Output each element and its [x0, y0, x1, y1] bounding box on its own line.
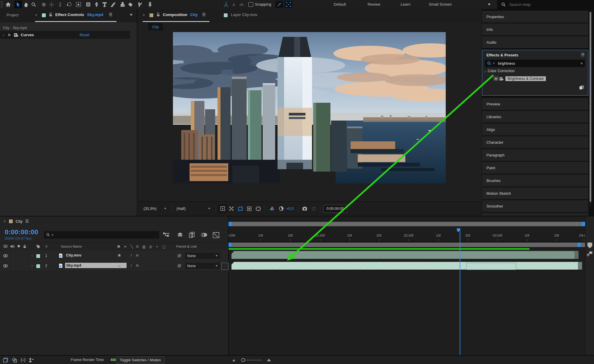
fx-toggle[interactable]: fx	[136, 254, 139, 257]
layer-source-name[interactable]: City.mov	[66, 253, 81, 257]
parent-pickwhip-icon[interactable]: @	[177, 263, 181, 268]
show-snapshot-icon[interactable]	[309, 205, 318, 213]
shy-toggle[interactable]	[117, 254, 121, 257]
panel-menu-icon[interactable]: ☰	[202, 12, 206, 17]
layer-bar-city-mov[interactable]	[231, 251, 579, 259]
panel-tab-paragraph[interactable]: Paragraph	[482, 149, 588, 161]
shy-layers-icon[interactable]	[177, 232, 183, 238]
mini-flowchart-icon[interactable]	[163, 232, 170, 238]
composition-image[interactable]	[173, 32, 446, 183]
effect-name[interactable]: Curves	[21, 33, 34, 37]
parent-dropdown[interactable]: None ▼	[185, 253, 220, 259]
workspace-tab-review[interactable]: Review	[368, 2, 380, 7]
panel-tab-info[interactable]: Info	[482, 23, 588, 35]
sidebar-scrollbar-thumb[interactable]	[590, 12, 591, 202]
help-search-input[interactable]	[509, 2, 584, 7]
zoom-in-mountain-icon[interactable]	[267, 359, 271, 361]
breadcrumb-comp-city[interactable]: City	[148, 23, 163, 31]
effect-reset-link[interactable]: Reset	[80, 33, 89, 37]
tab-composition-doc[interactable]: City	[190, 12, 198, 17]
panel-tab-properties[interactable]: Properties	[482, 11, 588, 23]
work-area-bar[interactable]	[229, 243, 585, 247]
lock-icon[interactable]	[156, 12, 160, 17]
quality-toggle[interactable]: /	[131, 264, 132, 267]
workspace-tab-learn[interactable]: Learn	[401, 2, 410, 7]
resolution-dropdown[interactable]: (Half)▼	[174, 205, 213, 213]
layer-visibility-eye-icon[interactable]	[3, 254, 8, 257]
snapshot-icon[interactable]	[300, 205, 309, 213]
viewer-timecode-field[interactable]: 0:00:00:00	[323, 205, 347, 213]
help-search-box[interactable]	[497, 0, 594, 9]
panel-tab-align[interactable]: Align	[482, 124, 588, 135]
dolly-camera-tool[interactable]	[56, 1, 64, 8]
motion-blur-icon[interactable]	[201, 232, 208, 238]
timeline-tab-city[interactable]: × City ☰	[4, 219, 29, 224]
new-item-corner-icon[interactable]	[579, 85, 584, 90]
magnification-dropdown[interactable]: (33,3%)▼	[141, 205, 169, 213]
clear-search-icon[interactable]: ×	[580, 61, 583, 66]
puppet-pin-tool[interactable]	[146, 1, 154, 8]
panel-menu-icon[interactable]: ☰	[25, 219, 29, 224]
graph-editor-icon[interactable]	[212, 232, 220, 238]
work-area-end-handle[interactable]	[578, 243, 581, 247]
rectangle-tool[interactable]	[84, 1, 92, 8]
rotation-tool[interactable]	[66, 1, 73, 8]
preset-name[interactable]: Brightness & Contrast	[505, 76, 546, 81]
quality-toggle[interactable]: /	[131, 254, 132, 257]
panel-tab-motion-sketch[interactable]: Motion Sketch	[482, 187, 588, 199]
show-channels-icon[interactable]	[268, 205, 277, 213]
exposure-icon[interactable]	[277, 205, 286, 213]
close-tab-icon[interactable]: ×	[4, 219, 6, 224]
orbit-camera-tool[interactable]	[40, 1, 48, 8]
close-tab-icon[interactable]: ×	[143, 13, 145, 17]
playhead-line[interactable]	[460, 228, 460, 356]
playhead-marker[interactable]	[456, 228, 464, 235]
camera-tool[interactable]	[75, 1, 82, 8]
workspace-tab-small-screen[interactable]: Small Screen	[429, 2, 452, 7]
search-options-chevron-icon[interactable]: ▼	[492, 62, 495, 65]
type-tool[interactable]	[101, 1, 108, 8]
effects-presets-search[interactable]: ▼ ×	[485, 60, 585, 67]
parent-pickwhip-icon[interactable]: @	[177, 253, 181, 258]
expand-chevron-icon[interactable]: ›	[31, 254, 33, 257]
render-time-pane-icon[interactable]	[29, 357, 34, 363]
comp-region-icon[interactable]	[254, 205, 263, 213]
panel-overflow-chevron[interactable]: »	[130, 12, 132, 17]
transparency-grid-icon[interactable]	[227, 205, 236, 213]
comp-mini-flowchart-icon[interactable]	[587, 251, 593, 257]
layer-bar-sky-mp4[interactable]	[231, 262, 582, 270]
axis-mode-view-icon[interactable]	[238, 1, 245, 8]
close-tab-icon[interactable]: ×	[35, 13, 37, 17]
timeline-zoom-track[interactable]	[244, 360, 262, 360]
panel-tab-smoother[interactable]: Smoother	[482, 200, 588, 212]
mask-visibility-icon[interactable]	[245, 205, 254, 213]
expand-chevron-icon[interactable]: ›	[31, 264, 33, 268]
toggle-switches-modes-button[interactable]: Toggle Switches / Modes	[116, 357, 165, 364]
panel-tab-paint[interactable]: Paint	[482, 162, 588, 174]
panel-menu-icon[interactable]: ☰	[581, 52, 584, 57]
pan-camera-tool[interactable]	[48, 1, 55, 8]
source-name-column-header[interactable]: Source Name	[61, 245, 82, 248]
region-of-interest-icon[interactable]	[236, 205, 245, 213]
fast-previews-icon[interactable]	[218, 205, 227, 213]
layer-row-city-mov[interactable]: › 1 City.mov / fx @ None ▼	[0, 251, 228, 261]
layer-label-swatch[interactable]	[36, 254, 40, 258]
time-navigator-end-handle[interactable]	[582, 222, 585, 226]
timeline-search-box[interactable]: ▼	[44, 231, 159, 239]
comp-marker-bin-icon[interactable]	[587, 242, 593, 249]
tab-composition-label[interactable]: Composition	[163, 12, 188, 17]
axis-mode-local-icon[interactable]	[222, 1, 230, 8]
pen-tool[interactable]	[93, 1, 100, 8]
brush-tool[interactable]	[109, 1, 117, 8]
fx-enabled-badge[interactable]: fx	[7, 33, 12, 37]
eraser-tool[interactable]	[127, 1, 134, 8]
home-icon[interactable]	[4, 1, 12, 8]
work-area-start-handle[interactable]	[229, 243, 231, 247]
tab-layer-city[interactable]: Layer City.mov	[231, 12, 257, 17]
hand-tool[interactable]	[22, 1, 30, 8]
timeline-track-area[interactable]: 0:00f 10f 20f 01:00f 10f 20f 02:00f 10f …	[228, 216, 585, 356]
snapping-checkbox[interactable]	[248, 2, 253, 7]
time-navigator-start-handle[interactable]	[229, 222, 232, 226]
fx-toggle[interactable]: fx	[136, 264, 139, 267]
exposure-value[interactable]: +0,0	[286, 207, 294, 211]
